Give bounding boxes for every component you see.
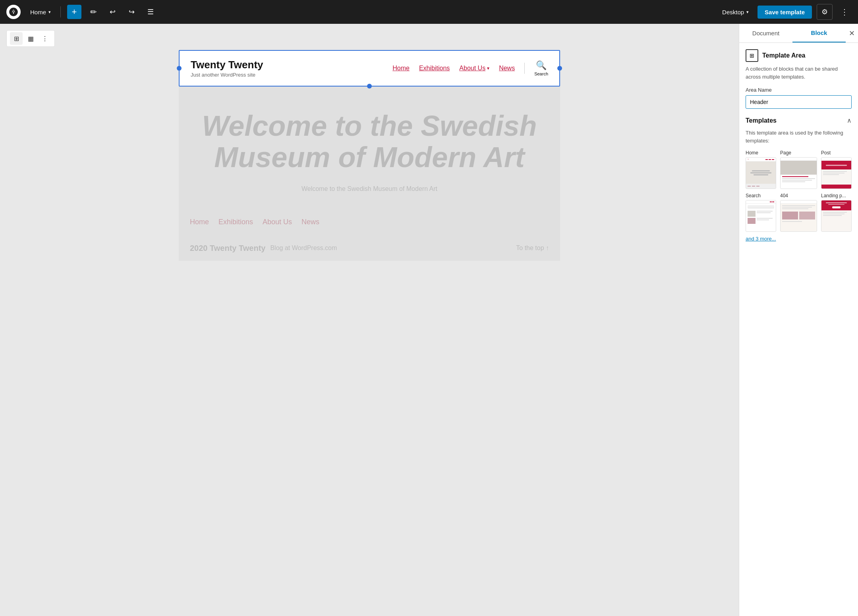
add-icon: + <box>72 7 77 17</box>
more-icon: ⋮ <box>841 7 848 17</box>
site-tagline: Just another WordPress site <box>191 72 263 78</box>
footer-nav-exhibitions[interactable]: Exhibitions <box>218 218 253 226</box>
site-footer-brand: 2020 Twenty Twenty <box>190 244 265 253</box>
area-name-label: Area Name <box>746 87 852 93</box>
template-label-search: Search <box>746 193 776 198</box>
save-template-button[interactable]: Save template <box>758 6 812 19</box>
templates-section-header: Templates ∧ <box>746 117 852 124</box>
area-name-input[interactable] <box>746 95 852 109</box>
template-area-block-icon: ⊞ <box>750 52 754 59</box>
close-icon: ✕ <box>849 29 855 37</box>
site-footer: 2020 Twenty Twenty Blog at WordPress.com… <box>179 236 560 261</box>
wp-logo[interactable]: W <box>6 5 21 19</box>
templates-section-toggle[interactable]: ∧ <box>847 117 852 124</box>
block-align-button[interactable]: ▦ <box>24 32 37 45</box>
nav-link-home[interactable]: Home <box>392 65 410 72</box>
footer-nav-home[interactable]: Home <box>190 218 209 226</box>
save-template-label: Save template <box>765 9 805 15</box>
header-nav: Home Exhibitions About Us ▾ News 🔍 Searc… <box>392 60 548 76</box>
svg-text:W: W <box>12 10 16 14</box>
search-icon: 🔍 <box>536 60 547 71</box>
document-tab-label: Document <box>752 30 779 37</box>
template-item-404: 404 <box>780 193 817 232</box>
block-toolbar: ⊞ ▦ ⋮ <box>6 30 55 47</box>
undo-icon: ↩ <box>110 8 116 16</box>
template-label-page: Page <box>780 150 817 156</box>
block-tab-label: Block <box>811 29 827 36</box>
template-area-icon: ⊞ <box>746 49 758 62</box>
more-options-button[interactable]: ⋮ <box>837 5 852 19</box>
chevron-down-icon: ▾ <box>48 10 51 15</box>
home-menu-button[interactable]: Home ▾ <box>27 6 54 18</box>
toolbar-separator <box>60 6 61 17</box>
template-item-post: Post <box>821 150 852 189</box>
panel-close-button[interactable]: ✕ <box>846 26 858 41</box>
canvas-wrapper: Twenty Twenty Just another WordPress sit… <box>179 50 560 261</box>
template-area-title: Template Area <box>762 52 805 59</box>
tab-block[interactable]: Block <box>792 24 846 42</box>
right-panel: Document Block ✕ ⊞ Template Area A colle… <box>739 24 858 616</box>
hero-title: Welcome to the Swedish Museum of Modern … <box>190 110 549 173</box>
template-thumb-post[interactable] <box>821 157 852 189</box>
desktop-label: Desktop <box>722 9 744 15</box>
search-button[interactable]: 🔍 Search <box>534 60 548 76</box>
site-footer-blog[interactable]: Blog at WordPress.com <box>270 244 337 252</box>
block-transform-button[interactable]: ⊞ <box>10 32 23 45</box>
list-view-button[interactable]: ☰ <box>143 5 158 19</box>
nav-link-exhibitions[interactable]: Exhibitions <box>419 65 450 72</box>
template-item-page: Page <box>780 150 817 189</box>
home-label: Home <box>30 9 46 15</box>
template-label-landing: Landing p... <box>821 193 852 198</box>
transform-icon: ⊞ <box>14 35 19 42</box>
top-toolbar: W Home ▾ + ✏ ↩ ↪ ☰ Desktop ▾ Save templa… <box>0 0 858 24</box>
resize-handle-right[interactable] <box>557 66 562 71</box>
template-thumb-page[interactable] <box>780 157 817 189</box>
resize-handle-bottom[interactable] <box>367 84 372 89</box>
add-block-button[interactable]: + <box>67 5 81 19</box>
redo-icon: ↪ <box>129 8 135 16</box>
hero-section: Welcome to the Swedish Museum of Modern … <box>179 87 560 208</box>
template-item-search: Search <box>746 193 776 232</box>
pencil-icon: ✏ <box>90 7 97 17</box>
main-layout: ⊞ ▦ ⋮ Twenty Twenty Just another WordPre… <box>0 24 858 616</box>
settings-button[interactable]: ⚙ <box>817 4 833 20</box>
tab-document[interactable]: Document <box>739 24 792 42</box>
template-thumb-home[interactable]: T <box>746 157 776 189</box>
footer-nav: Home Exhibitions About Us News <box>179 208 560 236</box>
footer-nav-about[interactable]: About Us <box>263 218 292 226</box>
template-thumb-404[interactable] <box>780 200 817 232</box>
undo-button[interactable]: ↩ <box>105 5 120 19</box>
align-icon: ▦ <box>28 35 34 42</box>
templates-section: Templates ∧ This template area is used b… <box>746 117 852 242</box>
list-view-icon: ☰ <box>147 8 154 16</box>
edit-button[interactable]: ✏ <box>86 5 100 19</box>
template-area-header: ⊞ Template Area <box>746 49 852 62</box>
desktop-view-button[interactable]: Desktop ▾ <box>718 6 753 18</box>
chevron-up-icon: ∧ <box>847 117 852 124</box>
hero-subtitle: Welcome to the Swedish Museum of Modern … <box>190 185 549 192</box>
panel-body: ⊞ Template Area A collection of blocks t… <box>739 43 858 616</box>
template-label-404: 404 <box>780 193 817 198</box>
site-footer-top[interactable]: To the top ↑ <box>516 244 549 252</box>
redo-button[interactable]: ↪ <box>124 5 139 19</box>
and-more-link[interactable]: and 3 more... <box>746 236 852 242</box>
template-item-home: Home T <box>746 150 776 189</box>
template-label-home: Home <box>746 150 776 156</box>
block-more-button[interactable]: ⋮ <box>39 32 51 45</box>
resize-handle-left[interactable] <box>177 66 182 71</box>
template-thumb-search[interactable] <box>746 200 776 232</box>
block-more-icon: ⋮ <box>42 35 48 42</box>
site-title[interactable]: Twenty Twenty <box>191 59 263 71</box>
editor-area: ⊞ ▦ ⋮ Twenty Twenty Just another WordPre… <box>0 24 739 616</box>
header-block[interactable]: Twenty Twenty Just another WordPress sit… <box>179 50 560 87</box>
templates-section-title: Templates <box>746 117 777 124</box>
template-thumb-landing[interactable] <box>821 200 852 232</box>
templates-grid: Home T <box>746 150 852 232</box>
chevron-down-icon-about: ▾ <box>487 65 489 71</box>
chevron-down-icon-desktop: ▾ <box>746 10 749 15</box>
nav-link-news[interactable]: News <box>499 65 515 72</box>
template-item-landing: Landing p... <box>821 193 852 232</box>
footer-nav-news[interactable]: News <box>301 218 319 226</box>
site-brand: Twenty Twenty Just another WordPress sit… <box>191 59 263 78</box>
nav-dropdown-about[interactable]: About Us ▾ <box>459 65 489 72</box>
